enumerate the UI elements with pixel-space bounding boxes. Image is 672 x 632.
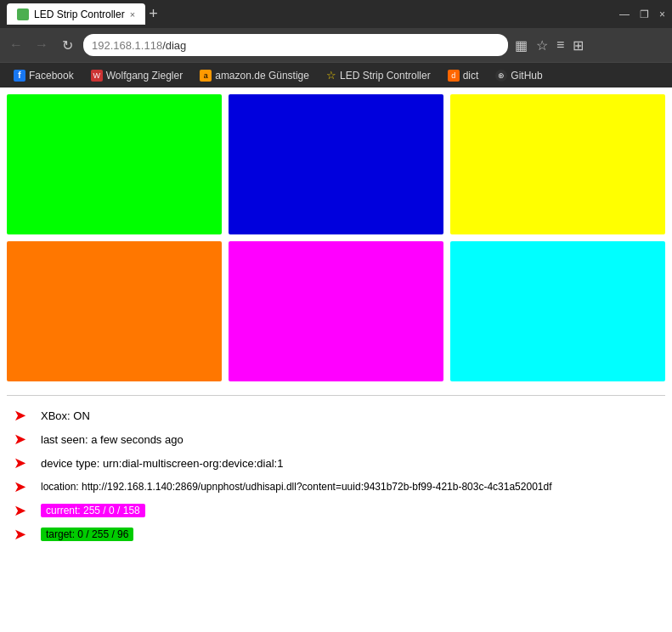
location-row: ➤ location: http://192.168.1.140:2869/up… xyxy=(14,477,658,496)
arrow-icon-xbox: ➤ xyxy=(14,406,34,425)
window-controls: — ❐ × xyxy=(619,8,665,20)
bookmark-dict-label: dict xyxy=(463,70,479,82)
device-type-text: device type: urn:dial-multiscreen-org:de… xyxy=(41,457,283,470)
address-host: 192.168.1.118 xyxy=(92,39,162,52)
reader-view-icon[interactable]: ▦ xyxy=(515,37,528,54)
bookmark-wolfgang[interactable]: W Wolfgang Ziegler xyxy=(84,68,190,83)
current-row: ➤ current: 255 / 0 / 158 xyxy=(14,501,658,520)
address-bar[interactable]: 192.168.1.118/diag xyxy=(83,34,508,56)
amazon-icon: a xyxy=(200,70,212,82)
bookmark-icon[interactable]: ☆ xyxy=(536,37,548,54)
minimize-button[interactable]: — xyxy=(619,8,630,20)
target-label: target: xyxy=(46,528,77,540)
arrow-icon-target: ➤ xyxy=(14,525,34,544)
tab-title: LED Strip Controller xyxy=(34,8,125,20)
tab-close-button[interactable]: × xyxy=(130,9,135,20)
color-cell-magenta[interactable] xyxy=(229,241,443,381)
new-tab-button[interactable]: + xyxy=(149,5,158,23)
color-cell-yellow[interactable] xyxy=(450,94,665,234)
back-button[interactable]: ← xyxy=(7,37,25,53)
section-divider xyxy=(7,395,665,396)
bookmark-github-label: GitHub xyxy=(511,70,542,82)
nav-right-buttons: ▦ ☆ ≡ ⊞ xyxy=(515,37,584,54)
nav-bar: ← → ↻ 192.168.1.118/diag ▦ ☆ ≡ ⊞ xyxy=(0,28,672,62)
arrow-icon-current: ➤ xyxy=(14,501,34,520)
current-badge: current: 255 / 0 / 158 xyxy=(41,504,145,517)
extensions-icon[interactable]: ⊞ xyxy=(573,37,584,54)
target-row: ➤ target: 0 / 255 / 96 xyxy=(14,525,658,544)
restore-button[interactable]: ❐ xyxy=(640,8,649,20)
github-icon: ⊛ xyxy=(495,70,507,82)
bookmark-ledstrip-label: LED Strip Controller xyxy=(340,70,431,82)
page-content: ➤ XBox: ON ➤ last seen: a few seconds ag… xyxy=(0,87,672,562)
last-seen-row: ➤ last seen: a few seconds ago xyxy=(14,430,658,449)
current-value: 255 / 0 / 158 xyxy=(83,505,140,516)
xbox-status-text: XBox: ON xyxy=(41,409,90,422)
wolfgang-icon: W xyxy=(91,70,103,82)
ledstrip-star-icon: ☆ xyxy=(326,69,336,82)
reload-button[interactable]: ↻ xyxy=(58,37,76,54)
current-label: current: xyxy=(46,505,83,516)
bookmark-wolfgang-label: Wolfgang Ziegler xyxy=(106,70,184,82)
bookmark-ledstrip[interactable]: ☆ LED Strip Controller xyxy=(319,67,438,83)
xbox-status-row: ➤ XBox: ON xyxy=(14,406,658,425)
forward-button[interactable]: → xyxy=(32,37,51,53)
bookmark-github[interactable]: ⊛ GitHub xyxy=(488,68,549,83)
facebook-icon: f xyxy=(14,70,25,82)
bookmark-amazon-label: amazon.de Günstige xyxy=(215,70,309,82)
close-button[interactable]: × xyxy=(659,8,665,20)
target-badge: target: 0 / 255 / 96 xyxy=(41,528,133,541)
bookmark-dict[interactable]: d dict xyxy=(441,68,486,83)
color-cell-green[interactable] xyxy=(7,94,222,234)
device-type-row: ➤ device type: urn:dial-multiscreen-org:… xyxy=(14,454,658,472)
last-seen-text: last seen: a few seconds ago xyxy=(41,433,184,446)
location-text: location: http://192.168.1.140:2869/upnp… xyxy=(41,481,552,493)
color-grid xyxy=(0,87,672,388)
color-cell-orange[interactable] xyxy=(7,241,222,381)
color-cell-blue[interactable] xyxy=(229,94,443,234)
tab-favicon xyxy=(17,8,29,20)
dict-icon: d xyxy=(448,70,460,82)
color-cell-cyan[interactable] xyxy=(450,241,665,381)
arrow-icon-device-type: ➤ xyxy=(14,454,34,472)
arrow-icon-last-seen: ➤ xyxy=(14,430,34,449)
bookmark-amazon[interactable]: a amazon.de Günstige xyxy=(193,68,316,83)
title-bar: LED Strip Controller × + — ❐ × xyxy=(0,0,672,28)
bookmark-facebook-label: Facebook xyxy=(29,70,74,82)
bookmark-facebook[interactable]: f Facebook xyxy=(7,68,81,83)
bookmarks-bar: f Facebook W Wolfgang Ziegler a amazon.d… xyxy=(0,62,672,87)
arrow-icon-location: ➤ xyxy=(14,477,34,496)
browser-tab[interactable]: LED Strip Controller × xyxy=(7,3,145,25)
target-value: 0 / 255 / 96 xyxy=(77,528,128,540)
info-section: ➤ XBox: ON ➤ last seen: a few seconds ag… xyxy=(0,403,672,562)
address-path: /diag xyxy=(162,39,186,52)
menu-icon[interactable]: ≡ xyxy=(556,37,564,54)
